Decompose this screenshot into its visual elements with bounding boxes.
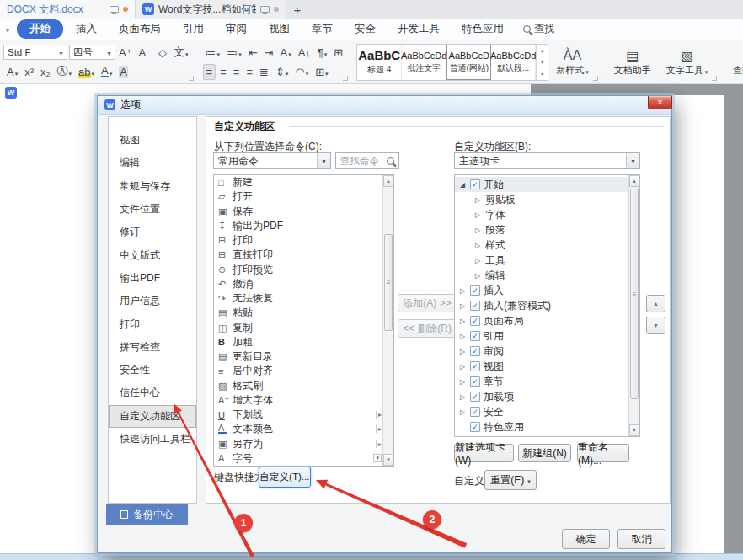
tree-expand-icon[interactable]: ▷ <box>473 227 482 234</box>
tree-expand-icon[interactable]: ▷ <box>458 393 467 401</box>
shrink-font-icon[interactable]: A⁻ <box>136 45 155 60</box>
sidebar-item-general-save[interactable]: 常规与保存 <box>109 175 196 198</box>
scroll-up-icon[interactable] <box>629 175 639 187</box>
command-new[interactable]: □ 新建 <box>214 175 393 189</box>
tree-expand-icon[interactable]: ▷ <box>473 257 482 264</box>
tree-tab-insert-compat[interactable]: ▷ 插入(兼容模式) <box>455 298 639 313</box>
align-left-icon[interactable]: ≡ <box>203 64 216 80</box>
sidebar-item-edit[interactable]: 编辑 <box>109 152 196 174</box>
tree-expand-icon[interactable]: ▷ <box>473 272 482 280</box>
checkbox-checked-icon[interactable] <box>470 346 480 356</box>
tree-scrollbar[interactable] <box>628 175 639 436</box>
gallery-up-icon[interactable] <box>537 45 548 56</box>
tree-expand-icon[interactable]: ◢ <box>458 181 467 189</box>
tree-tab-addin[interactable]: ▷ 加载项 <box>455 389 639 404</box>
scrollbar-thumb[interactable] <box>630 189 639 399</box>
cancel-button[interactable]: 取消 <box>617 529 665 549</box>
tree-expand-icon[interactable]: ▷ <box>473 211 482 219</box>
sidebar-item-user-info[interactable]: 用户信息 <box>109 290 196 312</box>
close-button[interactable] <box>648 96 672 109</box>
sort-icon[interactable]: A↓ <box>296 45 313 60</box>
find-menu[interactable]: 查找 <box>523 22 554 36</box>
rename-button[interactable]: 重命名(M)... <box>577 444 629 462</box>
new-tab-button[interactable]: + <box>286 0 308 19</box>
command-text-color[interactable]: A 文本颜色 <box>214 422 393 436</box>
tree-expand-icon[interactable]: ▷ <box>458 287 467 295</box>
ok-button[interactable]: 确定 <box>562 529 610 549</box>
sidebar-item-quick-access-toolbar[interactable]: 快速访问工具栏 <box>109 428 196 451</box>
scroll-down-icon[interactable] <box>383 454 393 466</box>
strikethrough-icon[interactable]: A <box>4 65 20 79</box>
tree-expand-icon[interactable]: ▷ <box>473 242 482 249</box>
command-redo[interactable]: ↷ 无法恢复 <box>214 291 393 306</box>
sidebar-item-revision[interactable]: 修订 <box>109 221 196 243</box>
tree-tab-page-layout[interactable]: ▷ 页面布局 <box>455 313 639 328</box>
tree-expand-icon[interactable]: ▷ <box>458 317 467 325</box>
tree-group-tools[interactable]: ▷ 工具 <box>455 253 639 268</box>
style-preset[interactable]: AaBbCcD 普通(网站) <box>446 45 491 80</box>
tree-group-clipboard[interactable]: ▷ 剪贴板 <box>455 192 639 207</box>
tree-group-font[interactable]: ▷ 字体 <box>455 207 639 222</box>
new-tab-button[interactable]: 新建选项卡(W) <box>454 444 514 462</box>
number-list-icon[interactable]: ≕ <box>224 45 244 60</box>
text-direction-icon[interactable]: A <box>277 45 293 60</box>
doc-helper-button[interactable]: ▤ 文档助手 <box>609 44 656 80</box>
distribute-icon[interactable]: ≣ <box>257 65 271 79</box>
menu-section[interactable]: 章节 <box>301 19 344 39</box>
checkbox-checked-icon[interactable] <box>470 285 480 296</box>
tree-tab-security[interactable]: ▷ 安全 <box>455 404 639 419</box>
justify-icon[interactable]: ≡ <box>243 65 255 79</box>
style-preset[interactable]: AaBbCcDd 默认段... <box>491 45 536 80</box>
tree-expand-icon[interactable]: ▷ <box>458 348 467 355</box>
menu-view[interactable]: 视图 <box>258 19 301 39</box>
command-grow-font[interactable]: A⁺ 增大字体 <box>214 393 393 408</box>
command-search-input[interactable] <box>340 156 384 166</box>
style-preset[interactable]: AaBbCcDd 批注文字 <box>402 45 446 80</box>
customize-shortcut-button[interactable]: 自定义(T)... <box>259 467 311 488</box>
tree-tab-review[interactable]: ▷ 审阅 <box>455 344 639 359</box>
decrease-indent-icon[interactable]: ⇤ <box>246 45 260 60</box>
document-tab-active[interactable]: DOCX 文档.docx <box>0 0 135 19</box>
tree-expand-icon[interactable]: ▷ <box>458 302 467 310</box>
command-open[interactable]: ▱ 打开 <box>214 189 393 204</box>
command-print[interactable]: ⊟ 打印 <box>214 233 393 248</box>
style-preset[interactable]: AaBbC 标题 4 <box>357 45 402 80</box>
new-group-button[interactable]: 新建组(N) <box>518 444 571 462</box>
menu-page-layout[interactable]: 页面布局 <box>108 19 172 39</box>
para-marks-icon[interactable]: ¶ <box>315 45 330 60</box>
ribbon-tabs-dropdown[interactable]: 主选项卡 <box>454 152 640 169</box>
move-up-button[interactable]: ▲ <box>646 295 665 312</box>
checkbox-checked-icon[interactable] <box>470 376 480 387</box>
checkbox-checked-icon[interactable] <box>470 331 480 341</box>
menu-insert[interactable]: 插入 <box>65 19 108 39</box>
sidebar-item-spell-check[interactable]: 拼写检查 <box>109 336 196 359</box>
enclose-character-icon[interactable]: Ⓐ <box>55 63 75 80</box>
commands-scrollbar[interactable] <box>382 175 393 466</box>
tree-group-paragraph[interactable]: ▷ 段落 <box>455 222 639 237</box>
reset-button[interactable]: 重置(E) <box>484 470 537 490</box>
tree-tab-view[interactable]: ▷ 视图 <box>455 359 639 374</box>
add-button[interactable]: 添加(A) >> <box>398 294 457 312</box>
command-undo[interactable]: ↶ 撤消 <box>214 277 393 291</box>
sidebar-item-security[interactable]: 安全性 <box>109 359 196 381</box>
checkbox-checked-icon[interactable] <box>470 301 480 311</box>
command-update-toc[interactable]: ▤ 更新目录 <box>214 349 393 364</box>
move-down-button[interactable]: ▼ <box>646 317 665 334</box>
scroll-down-icon[interactable] <box>629 424 639 436</box>
align-right-icon[interactable]: ≡ <box>231 65 243 79</box>
sidebar-item-output-pdf[interactable]: 输出PDF <box>109 267 196 290</box>
checkbox-checked-icon[interactable] <box>470 361 480 371</box>
menu-special-apps[interactable]: 特色应用 <box>451 19 515 39</box>
char-shading-icon[interactable]: A <box>116 65 131 79</box>
checkbox-checked-icon[interactable] <box>470 316 480 326</box>
tree-group-style[interactable]: ▷ 样式 <box>455 237 639 253</box>
line-spacing-icon[interactable]: ⇕ <box>273 65 291 79</box>
insert-table-icon[interactable]: ⊞ <box>331 45 345 60</box>
align-center-icon[interactable]: ≡ <box>217 65 229 79</box>
scroll-up-icon[interactable] <box>383 175 393 187</box>
tree-tab-section[interactable]: ▷ 章节 <box>455 374 639 389</box>
tree-expand-icon[interactable]: ▷ <box>458 363 467 371</box>
commands-source-dropdown[interactable]: 常用命令 <box>213 152 331 169</box>
checkbox-checked-icon[interactable] <box>470 179 480 189</box>
sidebar-item-trust-center[interactable]: 信任中心 <box>109 381 196 404</box>
